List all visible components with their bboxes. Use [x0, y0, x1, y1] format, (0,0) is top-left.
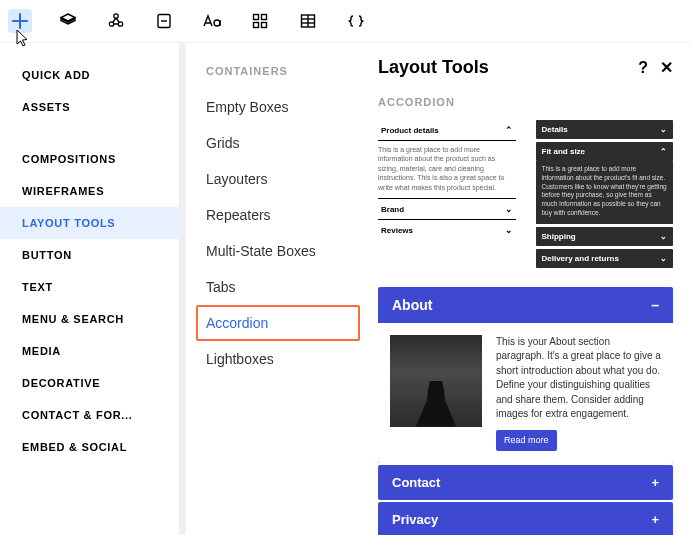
accordion-preset-light[interactable]: Product details ⌃ This is a great place … — [378, 120, 516, 271]
acc-row-label: Shipping — [542, 232, 576, 241]
row-label: Privacy — [392, 512, 438, 527]
details-panel: Layout Tools ? ✕ ACCORDION Product detai… — [360, 43, 691, 535]
collapse-icon: – — [651, 297, 659, 313]
chevron-down-icon: ⌄ — [660, 125, 667, 134]
accordion-preset-dark[interactable]: Details ⌄ Fit and size ⌃ This is a great… — [536, 120, 674, 271]
acc-row: Delivery and returns ⌄ — [536, 249, 674, 268]
sub-item-grids[interactable]: Grids — [196, 125, 360, 161]
molecule-icon[interactable] — [104, 9, 128, 33]
sub-item-repeaters[interactable]: Repeaters — [196, 197, 360, 233]
acc-row: Details ⌄ — [536, 120, 674, 139]
sub-item-multistate[interactable]: Multi-State Boxes — [196, 233, 360, 269]
acc-row: Fit and size ⌃ — [536, 142, 674, 161]
sidebar-item-wireframes[interactable]: WIREFRAMES — [0, 175, 179, 207]
sub-item-lightboxes[interactable]: Lightboxes — [196, 341, 360, 377]
layers-icon[interactable] — [56, 9, 80, 33]
sidebar-item-compositions[interactable]: COMPOSITIONS — [0, 143, 179, 175]
acc-row-label: Product details — [381, 126, 439, 135]
sidebar-item-decorative[interactable]: DECORATIVE — [0, 367, 179, 399]
sidebar-item-media[interactable]: MEDIA — [0, 335, 179, 367]
read-more-button[interactable]: Read more — [496, 430, 557, 451]
svg-rect-7 — [262, 15, 267, 20]
acc-row-label: Reviews — [381, 226, 413, 235]
acc-row-desc: This is a great place to add more inform… — [378, 141, 516, 199]
acc-row-desc: This is a great place to add more inform… — [536, 161, 674, 224]
plus-icon: + — [651, 512, 659, 527]
chevron-up-icon: ⌃ — [660, 147, 667, 156]
typography-icon[interactable] — [200, 9, 224, 33]
sidebar-item-contact-form[interactable]: CONTACT & FOR... — [0, 399, 179, 431]
chevron-up-icon: ⌃ — [505, 125, 513, 135]
sub-item-tabs[interactable]: Tabs — [196, 269, 360, 305]
accordion-preset-about[interactable]: About – This is your About section parag… — [378, 287, 673, 463]
grid-icon[interactable] — [248, 9, 272, 33]
acc-row: Brand ⌄ — [378, 199, 516, 220]
svg-point-0 — [114, 14, 118, 18]
sidebar-item-button[interactable]: BUTTON — [0, 239, 179, 271]
about-paragraph-text: This is your About section paragraph. It… — [496, 336, 661, 420]
sub-item-layouters[interactable]: Layouters — [196, 161, 360, 197]
svg-point-5 — [214, 20, 220, 26]
about-image — [390, 335, 482, 427]
svg-point-2 — [118, 22, 122, 26]
section-label-accordion: ACCORDION — [378, 96, 673, 108]
secondary-sidebar: CONTAINERS Empty Boxes Grids Layouters R… — [180, 43, 360, 535]
accordion-row-contact[interactable]: Contact + — [378, 465, 673, 500]
sub-item-empty-boxes[interactable]: Empty Boxes — [196, 89, 360, 125]
sidebar-item-layout-tools[interactable]: LAYOUT TOOLS — [0, 207, 179, 239]
chevron-down-icon: ⌄ — [505, 225, 513, 235]
sub-item-accordion[interactable]: Accordion — [196, 305, 360, 341]
acc-row: Product details ⌃ — [378, 120, 516, 141]
acc-row: Shipping ⌄ — [536, 227, 674, 246]
svg-rect-6 — [254, 15, 259, 20]
acc-row-label: Details — [542, 125, 568, 134]
chevron-down-icon: ⌄ — [660, 232, 667, 241]
sidebar-item-assets[interactable]: ASSETS — [0, 91, 179, 123]
panel-title: Layout Tools — [378, 57, 489, 78]
sidebar-item-menu-search[interactable]: MENU & SEARCH — [0, 303, 179, 335]
accordion-row-privacy[interactable]: Privacy + — [378, 502, 673, 535]
svg-rect-8 — [254, 23, 259, 28]
acc-row: Reviews ⌄ — [378, 220, 516, 240]
primary-sidebar: QUICK ADD ASSETS COMPOSITIONS WIREFRAMES… — [0, 43, 180, 535]
svg-point-1 — [109, 22, 113, 26]
top-toolbar — [0, 0, 691, 42]
close-icon[interactable]: ✕ — [660, 58, 673, 77]
table-icon[interactable] — [296, 9, 320, 33]
about-header: About – — [378, 287, 673, 323]
acc-row-label: Brand — [381, 205, 404, 214]
code-icon[interactable] — [344, 9, 368, 33]
sidebar-item-embed-social[interactable]: EMBED & SOCIAL — [0, 431, 179, 463]
svg-rect-9 — [262, 23, 267, 28]
chevron-down-icon: ⌄ — [505, 204, 513, 214]
page-icon[interactable] — [152, 9, 176, 33]
help-icon[interactable]: ? — [638, 59, 648, 77]
plus-icon: + — [651, 475, 659, 490]
chevron-down-icon: ⌄ — [660, 254, 667, 263]
sidebar-item-quick-add[interactable]: QUICK ADD — [0, 59, 179, 91]
containers-heading: CONTAINERS — [196, 57, 360, 89]
sidebar-item-text[interactable]: TEXT — [0, 271, 179, 303]
acc-row-label: Fit and size — [542, 147, 586, 156]
about-paragraph: This is your About section paragraph. It… — [496, 335, 661, 451]
acc-row-label: Delivery and returns — [542, 254, 619, 263]
add-icon[interactable] — [8, 9, 32, 33]
about-title: About — [392, 297, 432, 313]
row-label: Contact — [392, 475, 440, 490]
